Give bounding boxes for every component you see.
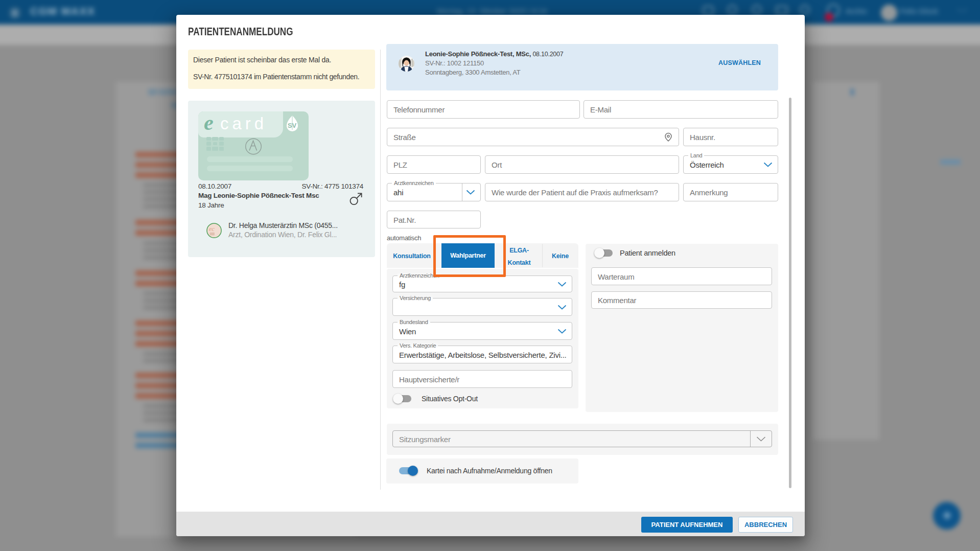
svg-text:ec: ec — [209, 225, 215, 233]
svg-text:e: e — [204, 111, 213, 134]
svg-text:card: card — [220, 114, 267, 133]
svg-text:SV: SV — [288, 122, 296, 129]
